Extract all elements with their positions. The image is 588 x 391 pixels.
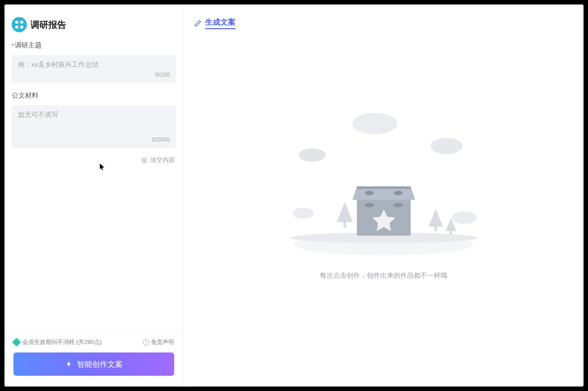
empty-illustration (276, 106, 491, 258)
svg-point-4 (299, 148, 326, 162)
material-field-group: 公文材料 0/2000 (12, 91, 176, 148)
topic-input-wrap: 0/100 (12, 55, 176, 83)
svg-point-3 (352, 113, 397, 134)
sidebar-footer: 会员生效期间不消耗 (共290点) ? 免责声明 智能创作文案 (4, 330, 183, 387)
svg-point-15 (365, 203, 374, 207)
trash-icon (141, 157, 147, 163)
logo-icon (12, 17, 27, 32)
disclaimer-text: 免责声明 (151, 338, 174, 346)
svg-rect-12 (357, 186, 411, 189)
topic-counter: 0/100 (18, 71, 170, 78)
credits-text: 会员生效期间不消耗 (共290点) (22, 338, 102, 346)
svg-point-6 (452, 211, 477, 224)
svg-rect-10 (450, 230, 452, 235)
empty-text: 每次点击创作，创作出来的作品都不一样哦 (320, 271, 447, 280)
sidebar: 调研报告 * 调研主题 0/100 公文材料 0/2000 (4, 4, 184, 387)
material-counter: 0/2000 (18, 136, 170, 143)
topic-label-text: 调研主题 (15, 41, 42, 50)
generate-label: 智能创作文案 (77, 359, 123, 370)
diamond-icon (12, 338, 21, 347)
svg-rect-9 (434, 226, 437, 231)
topic-label: * 调研主题 (12, 41, 176, 50)
clear-label: 清空内容 (150, 156, 175, 164)
generate-button[interactable]: 智能创作文案 (13, 352, 174, 376)
svg-point-16 (394, 203, 403, 207)
footer-info: 会员生效期间不消耗 (共290点) ? 免责声明 (13, 338, 174, 346)
svg-point-14 (394, 191, 403, 195)
svg-rect-8 (343, 221, 346, 228)
disclaimer-link[interactable]: ? 免责声明 (143, 338, 174, 346)
main-panel: 生成文案 (184, 4, 584, 387)
pencil-icon (194, 20, 202, 27)
sidebar-header: 调研报告 (4, 4, 183, 41)
topic-field-group: * 调研主题 0/100 (12, 41, 176, 83)
material-label: 公文材料 (12, 91, 176, 100)
form-body: * 调研主题 0/100 公文材料 0/2000 (4, 41, 183, 330)
topic-input[interactable] (18, 60, 170, 68)
required-mark: * (12, 42, 14, 49)
info-icon: ? (143, 339, 149, 345)
svg-rect-0 (142, 159, 146, 163)
main-header-title[interactable]: 生成文案 (205, 17, 236, 29)
app-root: 调研报告 * 调研主题 0/100 公文材料 0/2000 (4, 4, 584, 387)
clear-button[interactable]: 清空内容 (12, 156, 176, 164)
page-title: 调研报告 (30, 19, 66, 31)
material-label-text: 公文材料 (12, 91, 39, 100)
bolt-icon (65, 360, 73, 368)
svg-point-5 (430, 138, 463, 154)
material-textarea[interactable] (18, 111, 170, 133)
svg-point-13 (365, 191, 374, 195)
credits: 会员生效期间不消耗 (共290点) (13, 338, 102, 346)
main-header: 生成文案 (184, 4, 584, 34)
material-input-wrap: 0/2000 (12, 105, 176, 148)
svg-point-7 (292, 208, 314, 219)
empty-state: 每次点击创作，创作出来的作品都不一样哦 (184, 34, 584, 387)
